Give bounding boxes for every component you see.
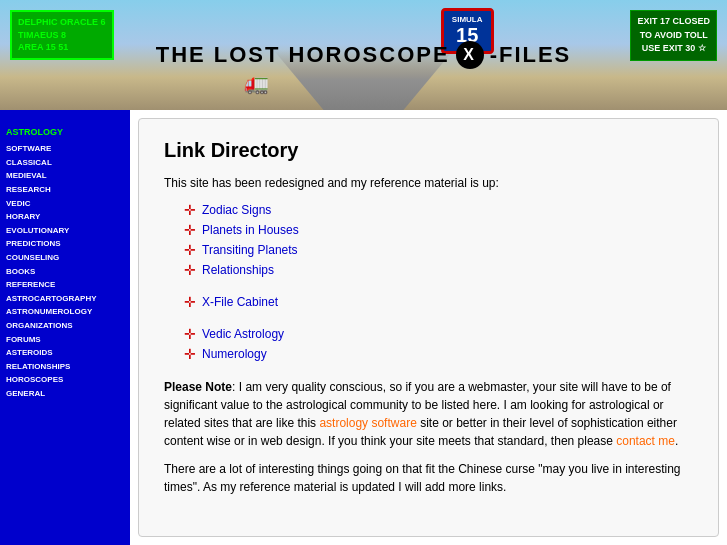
link-planets-houses[interactable]: Planets in Houses [202,223,299,237]
sidebar-item-relationships[interactable]: RELATIONSHIPS [6,360,124,374]
link-icon-4: ✛ [184,262,196,278]
link-icon-7: ✛ [184,346,196,362]
main-container: ASTROLOGY SOFTWARE CLASSICAL MEDIEVAL RE… [0,110,727,545]
link-group-3: ✛ Vedic Astrology ✛ Numerology [164,326,693,362]
sidebar-item-software[interactable]: SOFTWARE [6,142,124,156]
sidebar-item-reference[interactable]: REFERENCE [6,278,124,292]
sidebar-item-forums[interactable]: FORUMS [6,333,124,347]
link-item-planets-houses: ✛ Planets in Houses [184,222,693,238]
sidebar-item-evolutionary[interactable]: EVOLUTIONARY [6,224,124,238]
x-circle-icon: X [456,41,484,69]
note-text-3: . [675,434,678,448]
link-section-1: ✛ Zodiac Signs ✛ Planets in Houses ✛ Tra… [184,202,693,278]
sidebar-category: ASTROLOGY [6,124,124,140]
sidebar-item-books[interactable]: BOOKS [6,265,124,279]
badge-exit: EXIT 17 CLOSEDTO AVOID TOLLUSE EXIT 30 ☆ [630,10,717,61]
link-section-3: ✛ Vedic Astrology ✛ Numerology [184,326,693,362]
sidebar-item-horoscopes[interactable]: HOROSCOPES [6,373,124,387]
sidebar-item-predictions[interactable]: PREDICTIONS [6,237,124,251]
badge-green: DELPHIC ORACLE 6 TIMAEUS 8 AREA 15 51 [10,10,114,60]
link-icon-3: ✛ [184,242,196,258]
sidebar-item-research[interactable]: RESEARCH [6,183,124,197]
sidebar: ASTROLOGY SOFTWARE CLASSICAL MEDIEVAL RE… [0,110,130,545]
header-title: THE LOST HOROSCOPE X -FILES [156,41,572,69]
badge-sign-label: SIMULA [452,15,483,24]
link-icon-6: ✛ [184,326,196,342]
link-xfile-cabinet[interactable]: X-File Cabinet [202,295,278,309]
link-zodiac-signs[interactable]: Zodiac Signs [202,203,271,217]
page-title: Link Directory [164,139,693,162]
sidebar-item-astrocartography[interactable]: ASTROCARTOGRAPHY [6,292,124,306]
intro-text: This site has been redesigned and my ref… [164,174,693,192]
link-icon-5: ✛ [184,294,196,310]
sidebar-item-astronumerology[interactable]: ASTRONUMEROLOGY [6,305,124,319]
badge-green-line3: AREA 15 51 [18,41,106,54]
sidebar-item-classical[interactable]: CLASSICAL [6,156,124,170]
link-group-2: ✛ X-File Cabinet [164,294,693,310]
link-icon-2: ✛ [184,222,196,238]
truck-icon: 🚛 [244,71,269,95]
sidebar-item-horary[interactable]: HORARY [6,210,124,224]
sidebar-item-organizations[interactable]: ORGANIZATIONS [6,319,124,333]
note-link-astrology[interactable]: astrology software [319,416,416,430]
link-item-zodiac: ✛ Zodiac Signs [184,202,693,218]
note-label: Please Note [164,380,232,394]
sidebar-item-general[interactable]: GENERAL [6,387,124,401]
link-numerology[interactable]: Numerology [202,347,267,361]
title-part1: THE LOST HOROSCOPE [156,42,450,68]
link-relationships[interactable]: Relationships [202,263,274,277]
note-paragraph: Please Note: I am very quality conscious… [164,378,693,450]
badge-green-line2: TIMAEUS 8 [18,29,106,42]
link-icon-1: ✛ [184,202,196,218]
sidebar-item-medieval[interactable]: MEDIEVAL [6,169,124,183]
link-vedic-astrology[interactable]: Vedic Astrology [202,327,284,341]
sidebar-item-counseling[interactable]: COUNSELING [6,251,124,265]
link-item-relationships: ✛ Relationships [184,262,693,278]
link-group-1: ✛ Zodiac Signs ✛ Planets in Houses ✛ Tra… [164,202,693,278]
link-item-transiting: ✛ Transiting Planets [184,242,693,258]
link-transiting-planets[interactable]: Transiting Planets [202,243,298,257]
sidebar-item-vedic[interactable]: VEDIC [6,197,124,211]
link-item-numerology: ✛ Numerology [184,346,693,362]
content-area: Link Directory This site has been redesi… [138,118,719,537]
link-section-2: ✛ X-File Cabinet [184,294,693,310]
link-item-vedic: ✛ Vedic Astrology [184,326,693,342]
title-part2: -FILES [490,42,572,68]
link-item-xfile: ✛ X-File Cabinet [184,294,693,310]
sidebar-item-asteroids[interactable]: ASTEROIDS [6,346,124,360]
header: DELPHIC ORACLE 6 TIMAEUS 8 AREA 15 51 TH… [0,0,727,110]
badge-green-line1: DELPHIC ORACLE 6 [18,16,106,29]
paragraph-2: There are a lot of interesting things go… [164,460,693,496]
note-link-contact[interactable]: contact me [616,434,675,448]
